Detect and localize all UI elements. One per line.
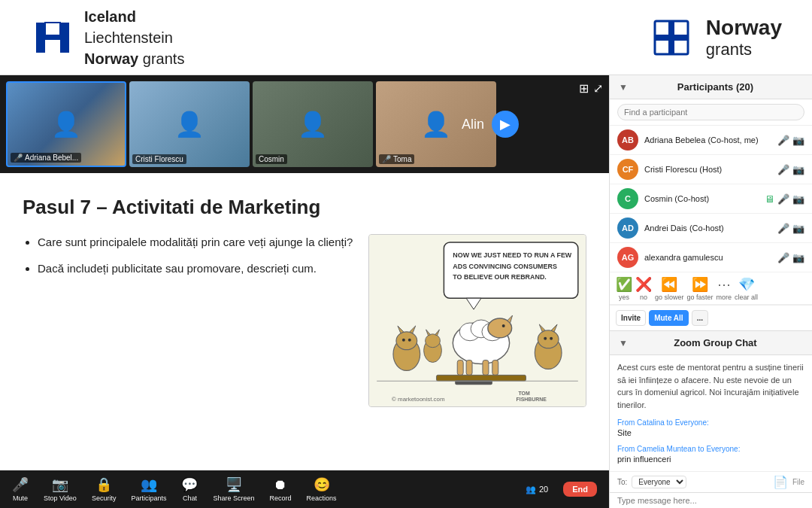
emoji-yes[interactable]: ✅ yes	[616, 276, 632, 301]
mute-all-button[interactable]: Mute All	[649, 310, 689, 326]
mic-off-icon-alexandra: 🎤	[777, 252, 789, 263]
participants-section: ▼ Participants (20) AB Adriana Bebelea (…	[610, 75, 812, 331]
mic-off-icon-adriana: 🎤	[777, 135, 789, 146]
thumb-label-adriana: Adriana Bebel...	[25, 154, 78, 162]
chat-input-bar[interactable]	[610, 492, 812, 508]
chat-intro: Acest curs este de mentorat pentru a sus…	[617, 361, 804, 411]
participant-list: AB Adriana Bebelea (Co-host, me) 🎤 📷 CF …	[610, 126, 812, 273]
video-button[interactable]: 📷 Stop Video	[44, 476, 77, 502]
participant-item-cosmin: C Cosmin (Co-host) 🖥 🎤 📷	[610, 184, 812, 214]
svg-rect-36	[436, 375, 526, 381]
avatar-andrei: AD	[617, 217, 638, 239]
participant-icons-alexandra: 🎤 📷	[777, 252, 804, 263]
record-button[interactable]: ⏺ Record	[269, 477, 291, 502]
avatar-cristi: CF	[617, 159, 638, 180]
main-content: 👤 🎤 Adriana Bebel... 👤 Cristi Florescu 👤…	[0, 75, 812, 508]
video-thumb-adriana[interactable]: 👤 🎤 Adriana Bebel...	[6, 81, 126, 167]
svg-rect-23	[492, 360, 498, 376]
participants-button[interactable]: 👥 Participants	[131, 476, 166, 502]
participant-icons-cosmin: 🖥 🎤 📷	[765, 193, 804, 205]
header: Iceland Liechtenstein Norway grants Norw…	[0, 0, 812, 75]
participant-name-adriana: Adriana Bebelea (Co-host, me)	[644, 135, 771, 144]
chat-text-1: Site	[617, 427, 804, 439]
share-screen-button[interactable]: 🖥️ Share Screen	[213, 476, 254, 502]
fullscreen-icon[interactable]: ⤢	[593, 81, 603, 96]
participant-name-andrei: Andrei Dais (Co-host)	[644, 224, 771, 233]
participant-icons-adriana: 🎤 📷	[777, 135, 804, 146]
thumb-label-toma: Toma	[393, 155, 411, 163]
file-label: File	[792, 478, 804, 486]
participant-item-andrei: AD Andrei Dais (Co-host) 🎤 📷	[610, 214, 812, 243]
avatar-adriana: AB	[617, 129, 638, 151]
thumb-label-cristi: Cristi Florescu	[135, 155, 183, 163]
slide-area: Pasul 7 – Activitati de Marketing Care s…	[0, 173, 609, 508]
invite-button[interactable]: Invite	[616, 310, 646, 326]
participant-name-alexandra: alexandra gamulescu	[644, 253, 771, 262]
emoji-more[interactable]: ⋯ more	[717, 276, 732, 301]
participants-chevron[interactable]: ▼	[619, 82, 628, 93]
video-bar-icons: ⊞ ⤢	[579, 81, 603, 96]
emoji-no[interactable]: ❌ no	[635, 276, 652, 301]
slide-title: Pasul 7 – Activitati de Marketing	[23, 196, 586, 219]
participant-icons-cristi: 🎤 📷	[777, 164, 804, 175]
header-right-text: Norway grants	[706, 15, 782, 60]
chat-message-1: From Catalina to Everyone: Site	[617, 418, 804, 439]
participant-item-alexandra: AG alexandra gamulescu 🎤 📷	[610, 243, 812, 272]
emoji-go-slower[interactable]: ⏪ go slower	[655, 276, 684, 301]
chat-to-select[interactable]: Everyone	[632, 476, 686, 488]
mic-muted-icon-2: 🎤	[382, 155, 391, 163]
svg-point-25	[396, 332, 417, 350]
participant-item-adriana: AB Adriana Bebelea (Co-host, me) 🎤 📷	[610, 126, 812, 155]
svg-point-34	[544, 337, 547, 340]
thumb-label-cosmin: Cosmin	[259, 155, 284, 163]
mic-muted-icon: 🎤	[14, 154, 23, 162]
cartoon-svg: NOW WE JUST NEED TO RUN A FEW ADS CONVIN…	[369, 235, 586, 406]
svg-text:ADS CONVINCING CONSUMERS: ADS CONVINCING CONSUMERS	[453, 263, 557, 270]
avatar-alexandra: AG	[617, 247, 638, 268]
active-speaker-name: Alin	[462, 117, 484, 132]
active-speaker-button[interactable]: ▶	[492, 111, 519, 138]
search-bar	[610, 99, 812, 126]
slide-bullets: Care sunt principalele modalități prin c…	[23, 234, 353, 407]
svg-rect-22	[483, 360, 489, 376]
svg-rect-20	[457, 360, 463, 376]
video-icon-alexandra: 📷	[792, 252, 804, 263]
svg-point-35	[550, 337, 553, 340]
action-buttons: Invite Mute All ...	[610, 305, 812, 330]
grid-view-icon[interactable]: ⊞	[579, 81, 589, 96]
more-options-button[interactable]: ...	[692, 310, 708, 326]
svg-text:FISHBURNE: FISHBURNE	[517, 397, 547, 402]
participant-name-cristi: Cristi Florescu (Host)	[644, 165, 771, 174]
video-thumb-cosmin[interactable]: 👤 Cosmin	[253, 81, 373, 167]
bullet-2: Dacă includeți publicitate sau promovare…	[38, 260, 353, 276]
mute-button[interactable]: 🎤 Mute	[12, 476, 29, 502]
header-left: Iceland Liechtenstein Norway grants	[30, 6, 184, 69]
avatar-cosmin: C	[617, 188, 638, 209]
header-right: Norway grants	[649, 15, 782, 60]
chat-from-2: From Camelia Muntean to Everyone:	[617, 445, 804, 453]
mic-icon-cristi: 🎤	[777, 164, 789, 175]
video-icon-adriana: 📷	[792, 135, 804, 146]
chat-header: ▼ Zoom Group Chat	[610, 331, 812, 355]
chat-chevron[interactable]: ▼	[619, 338, 628, 348]
emoji-go-faster[interactable]: ⏩ go faster	[687, 276, 714, 301]
chat-input[interactable]	[617, 496, 804, 505]
slide-cartoon: NOW WE JUST NEED TO RUN A FEW ADS CONVIN…	[368, 234, 586, 407]
reactions-button[interactable]: 😊 Reactions	[306, 476, 336, 502]
end-button[interactable]: End	[563, 482, 597, 497]
norway-logo-right-icon	[649, 15, 694, 60]
participant-icons-andrei: 🎤 📷	[777, 223, 804, 234]
active-speaker: Alin ▶	[462, 111, 519, 138]
security-button[interactable]: 🔒 Security	[92, 476, 117, 502]
chat-button[interactable]: 💬 Chat	[181, 476, 198, 502]
zoom-toolbar: 🎤 Mute 📷 Stop Video 🔒 Security 👥 Partici…	[0, 470, 609, 508]
mic-icon-cosmin: 🎤	[777, 193, 789, 205]
emoji-reactions-row: ✅ yes ❌ no ⏪ go slower ⏩ go faster ⋯ m	[610, 273, 812, 305]
svg-text:TOM: TOM	[519, 391, 530, 396]
emoji-clear-all[interactable]: 💎 clear all	[735, 276, 758, 301]
chat-from-1: From Catalina to Everyone:	[617, 418, 804, 427]
svg-text:TO BELIEVE OUR REBRAND.: TO BELIEVE OUR REBRAND.	[453, 273, 547, 281]
video-thumb-cristi[interactable]: 👤 Cristi Florescu	[129, 81, 250, 167]
search-input[interactable]	[617, 104, 804, 120]
file-icon[interactable]: 📄	[773, 475, 788, 489]
